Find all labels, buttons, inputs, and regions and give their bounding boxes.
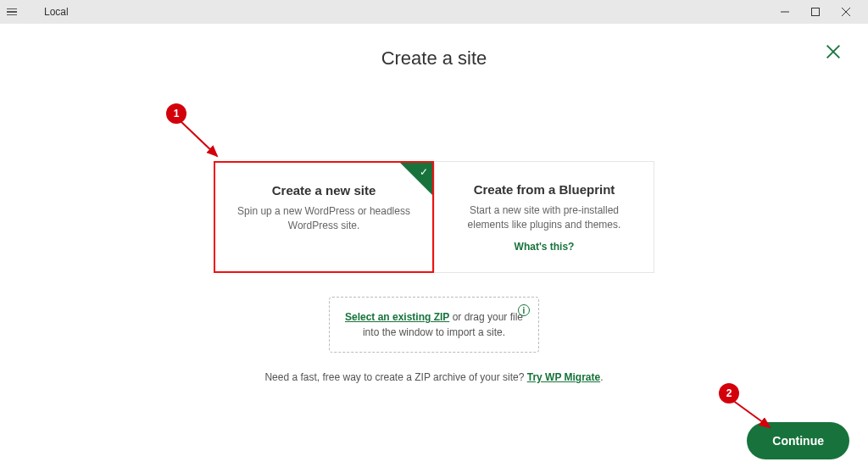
option-description: Start a new site with pre-installed elem… xyxy=(452,203,637,232)
wp-migrate-hint: Need a fast, free way to create a ZIP ar… xyxy=(0,371,868,383)
page-title: Create a site xyxy=(0,24,868,70)
window-close-button[interactable] xyxy=(831,0,861,24)
select-zip-link[interactable]: Select an existing ZIP xyxy=(345,311,449,323)
option-title: Create from a Blueprint xyxy=(452,182,637,197)
svg-line-6 xyxy=(180,120,217,156)
whats-this-link[interactable]: What's this? xyxy=(452,241,637,253)
option-create-from-blueprint[interactable]: Create from a Blueprint Start a new site… xyxy=(434,161,654,273)
close-icon[interactable] xyxy=(824,42,844,63)
check-icon: ✓ xyxy=(420,166,428,178)
maximize-button[interactable] xyxy=(800,0,831,24)
annotation-badge-1: 1 xyxy=(166,103,186,124)
migrate-prefix: Need a fast, free way to create a ZIP ar… xyxy=(264,371,526,383)
continue-button[interactable]: Continue xyxy=(747,422,849,459)
window-title: Local xyxy=(44,6,69,18)
dialog-area: Create a site ✓ Create a new site Spin u… xyxy=(0,24,868,473)
menu-icon[interactable] xyxy=(7,5,20,19)
option-description: Spin up a new WordPress or headless Word… xyxy=(232,204,415,233)
option-title: Create a new site xyxy=(232,183,415,198)
migrate-suffix: . xyxy=(600,371,603,383)
option-create-new-site[interactable]: ✓ Create a new site Spin up a new WordPr… xyxy=(214,161,434,273)
info-icon[interactable]: i xyxy=(518,304,530,316)
annotation-badge-2: 2 xyxy=(719,383,739,403)
option-cards: ✓ Create a new site Spin up a new WordPr… xyxy=(0,161,868,273)
minimize-button[interactable] xyxy=(770,0,800,24)
svg-rect-1 xyxy=(812,8,820,16)
try-wp-migrate-link[interactable]: Try WP Migrate xyxy=(527,371,600,383)
annotation-arrow-1 xyxy=(175,115,225,163)
window-titlebar: Local xyxy=(0,0,868,24)
zip-import-dropzone[interactable]: i Select an existing ZIP or drag your fi… xyxy=(329,297,539,353)
